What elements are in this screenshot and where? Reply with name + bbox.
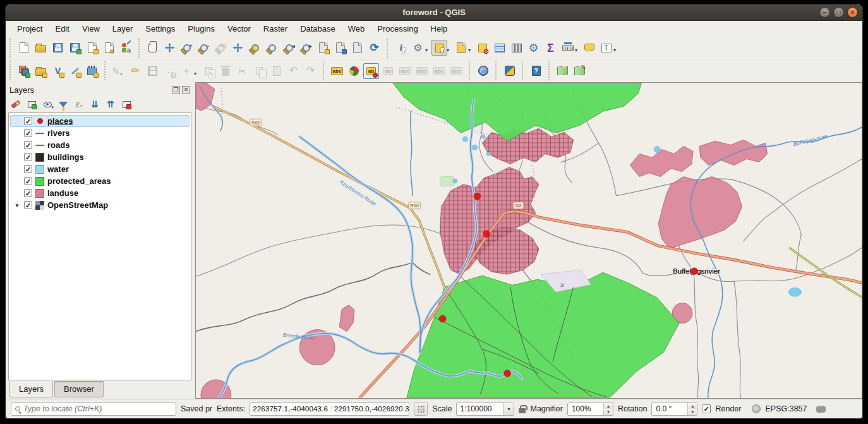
identify-button[interactable]: i [393, 40, 409, 56]
save-project-button[interactable] [50, 40, 66, 56]
crs-globe-icon[interactable] [752, 404, 761, 413]
rotation-spinner[interactable]: 0.0 ° ▲▼ [651, 403, 697, 416]
rotation-up-icon[interactable]: ▲ [688, 403, 697, 409]
layer-labeling-button[interactable]: abc [329, 63, 345, 79]
statistical-summary-button[interactable] [509, 40, 524, 56]
paste-features-button[interactable] [268, 63, 284, 79]
rivers-label[interactable]: rivers [47, 128, 69, 138]
cut-features-button[interactable]: ✂ [234, 63, 250, 79]
layer-row-openstreetmap[interactable]: ▾ ✓ OpenStreetMap [10, 199, 190, 211]
zoom-last-button[interactable]: ◂ [281, 40, 297, 56]
delete-selected-button[interactable] [217, 63, 233, 79]
rivers-checkbox[interactable]: ✓ [24, 129, 32, 137]
menu-raster[interactable]: Raster [257, 22, 294, 35]
highlight-pinned-button[interactable]: ab [380, 63, 396, 79]
undo-button[interactable]: ↶ [286, 63, 301, 79]
toggle-editing-button[interactable]: ✏ [128, 63, 143, 79]
tab-layers[interactable]: Layers [9, 381, 53, 397]
current-edits-button[interactable]: ✎▾ [111, 63, 126, 79]
filter-expression-button[interactable]: ε▾ [72, 97, 86, 111]
refresh-button[interactable]: ⟳ [366, 40, 382, 56]
add-feature-button[interactable]: ∴ [162, 63, 178, 79]
open-attribute-table-button[interactable] [491, 40, 507, 56]
crs-value[interactable]: EPSG:3857 [765, 404, 807, 413]
redo-button[interactable]: ↷ [303, 63, 318, 79]
menu-view[interactable]: View [76, 22, 106, 35]
magnifier-up-icon[interactable]: ▲ [604, 403, 613, 409]
save-project-as-button[interactable] [67, 40, 83, 56]
menu-processing[interactable]: Processing [371, 22, 424, 35]
expand-all-button[interactable]: ⇊ [88, 97, 102, 111]
roads-checkbox[interactable]: ✓ [24, 141, 32, 149]
menu-settings[interactable]: Settings [139, 22, 181, 35]
landuse-checkbox[interactable]: ✓ [24, 189, 32, 197]
show-bookmarks-button[interactable] [332, 40, 348, 56]
buildings-label[interactable]: buildings [47, 152, 84, 162]
layer-row-roads[interactable]: ✓ roads [10, 139, 190, 151]
open-layer-styling-button[interactable] [9, 97, 23, 111]
pin-labels-button[interactable]: ab [363, 63, 379, 79]
protected-label[interactable]: protected_areas [47, 176, 111, 186]
new-bookmark-button[interactable] [315, 40, 331, 56]
new-shapefile-button[interactable]: V [50, 63, 66, 79]
metasearch-button[interactable] [475, 63, 491, 79]
show-hide-labels-button[interactable]: abc [397, 63, 413, 79]
osm-checkbox[interactable]: ✓ [24, 201, 32, 209]
manage-map-themes-button[interactable]: ▾ [40, 97, 54, 111]
layer-diagram-button[interactable] [346, 63, 362, 79]
zoom-to-selection-button[interactable] [247, 40, 263, 56]
python-console-button[interactable] [502, 63, 517, 79]
new-layout-button[interactable] [84, 40, 100, 56]
vertex-dropdown[interactable]: ▾ [194, 71, 199, 76]
save-edits-button[interactable] [145, 63, 160, 79]
magnifier-down-icon[interactable]: ▼ [604, 409, 613, 415]
menu-layer[interactable]: Layer [106, 22, 140, 35]
layer-row-landuse[interactable]: ✓ landuse [10, 187, 190, 199]
magnifier-arrows[interactable]: ▲▼ [603, 403, 613, 415]
run-feature-action-button[interactable]: ⚙ [410, 40, 426, 56]
extents-value[interactable]: 2263757.1,-4040043.6 : 2291750.0,-402692… [250, 403, 409, 416]
pan-to-selection-button[interactable] [162, 40, 178, 56]
layer-row-rivers[interactable]: ✓ rivers [10, 127, 190, 139]
places-checkbox[interactable]: ✓ [24, 117, 32, 125]
menu-edit[interactable]: Edit [49, 22, 75, 35]
show-statistics-button[interactable]: Σ [543, 40, 558, 56]
measure-button[interactable] [560, 40, 576, 56]
minimize-button[interactable]: − [819, 7, 830, 18]
layer-row-water[interactable]: ✓ water [10, 163, 190, 175]
water-label[interactable]: water [47, 164, 69, 174]
menu-vector[interactable]: Vector [221, 22, 257, 35]
remove-layer-button[interactable] [119, 97, 133, 111]
maximize-button[interactable]: □ [833, 7, 844, 18]
messages-icon[interactable] [816, 406, 826, 413]
osm-expander[interactable]: ▾ [13, 202, 21, 209]
layer-row-buildings[interactable]: ✓ buildings [10, 151, 190, 163]
locator-box[interactable] [11, 403, 176, 416]
select-features-button[interactable] [431, 40, 447, 56]
copy-features-button[interactable] [251, 63, 267, 79]
close-panel-button[interactable]: ✕ [182, 86, 190, 94]
zoom-in-button[interactable]: + [179, 40, 195, 56]
rotation-down-icon[interactable]: ▼ [688, 409, 697, 415]
collapse-all-button[interactable]: ⇈ [104, 97, 118, 111]
landuse-label[interactable]: landuse [47, 188, 78, 198]
vertex-tool-button[interactable]: ⌖ [179, 63, 195, 79]
locator-input[interactable] [23, 404, 172, 413]
select-dropdown[interactable]: ▾ [447, 47, 452, 53]
new-project-button[interactable] [16, 40, 32, 56]
zoom-next-button[interactable]: ▸ [298, 40, 314, 56]
new-virtual-layer-button[interactable] [84, 63, 100, 79]
action-dropdown[interactable]: ▾ [425, 47, 430, 53]
tab-browser[interactable]: Browser [54, 381, 104, 397]
style-manager-button[interactable]: a [118, 40, 134, 56]
select-value-dropdown[interactable]: ▾ [468, 47, 473, 53]
help-button[interactable]: ? [528, 63, 544, 79]
menu-project[interactable]: Project [11, 22, 49, 35]
rotate-label-button[interactable]: abc [431, 63, 447, 79]
menu-web[interactable]: Web [342, 22, 371, 35]
roads-label[interactable]: roads [47, 140, 69, 150]
zoom-full-button[interactable] [230, 40, 246, 56]
map-canvas[interactable]: ✈ [195, 82, 862, 399]
measure-dropdown[interactable]: ▾ [575, 47, 580, 53]
layout-manager-button[interactable]: ⚙ [101, 40, 117, 56]
